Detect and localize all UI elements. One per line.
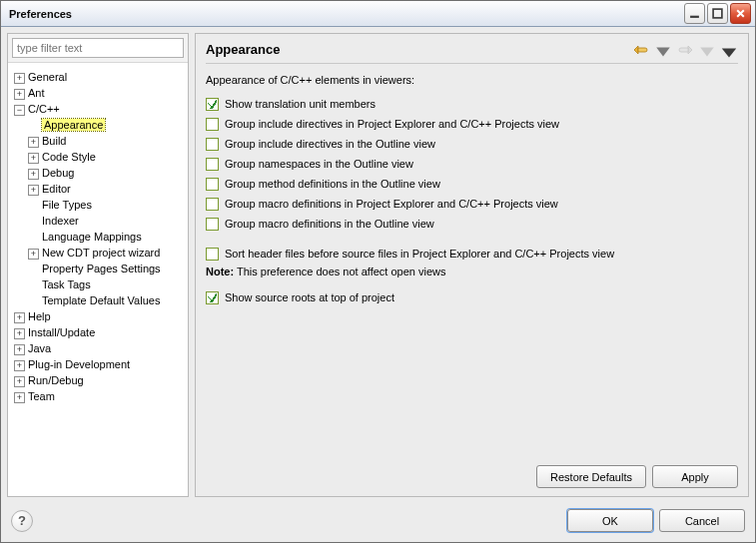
note-label: Note: <box>206 266 234 277</box>
collapse-icon[interactable]: − <box>14 105 25 116</box>
close-icon <box>735 8 746 19</box>
close-button[interactable] <box>730 3 751 24</box>
tree-item-build[interactable]: +Build <box>28 133 184 149</box>
forward-button[interactable] <box>676 43 694 57</box>
dialog-button-bar: ? OK Cancel <box>1 503 755 542</box>
checkbox-icon[interactable] <box>206 138 219 151</box>
checkbox-row[interactable]: Group include directives in Project Expl… <box>206 114 738 134</box>
checkbox-row[interactable]: Group namespaces in the Outline view <box>206 154 738 174</box>
checkbox-icon[interactable] <box>206 118 219 131</box>
checkbox-row[interactable]: Show translation unit members <box>206 94 738 114</box>
checkbox-label: Show source roots at top of project <box>225 291 394 303</box>
tree-item-file-types[interactable]: File Types <box>28 197 184 213</box>
checkbox-label: Group include directives in the Outline … <box>225 138 435 150</box>
view-menu-button[interactable] <box>720 43 738 57</box>
arrow-left-icon <box>632 43 650 57</box>
tree-item-plugin-dev[interactable]: +Plug-in Development <box>14 356 184 372</box>
checkbox-row[interactable]: Group macro definitions in the Outline v… <box>206 214 738 234</box>
checkbox-sort-header[interactable]: Sort header files before source files in… <box>206 244 738 264</box>
help-button[interactable]: ? <box>11 510 33 532</box>
checkbox-icon[interactable] <box>206 218 219 231</box>
checkbox-show-source-roots[interactable]: Show source roots at top of project <box>206 287 738 307</box>
tree-item-task-tags[interactable]: Task Tags <box>28 276 184 292</box>
expand-icon[interactable]: + <box>28 185 39 196</box>
tree-item-property-pages[interactable]: Property Pages Settings <box>28 261 184 276</box>
titlebar-buttons <box>684 3 751 24</box>
forward-dropdown[interactable] <box>698 43 716 57</box>
expand-icon[interactable]: + <box>28 153 39 164</box>
note-row: Note: This preference does not affect op… <box>206 266 738 277</box>
checkbox-row[interactable]: Group method definitions in the Outline … <box>206 174 738 194</box>
minimize-button[interactable] <box>684 3 705 24</box>
page-description: Appearance of C/C++ elements in viewers: <box>206 74 738 86</box>
window-title: Preferences <box>9 8 684 20</box>
back-button[interactable] <box>632 43 650 57</box>
expand-icon[interactable]: + <box>14 89 25 100</box>
checkbox-icon[interactable] <box>206 248 219 261</box>
expand-icon[interactable]: + <box>14 73 25 84</box>
tree-item-debug[interactable]: +Debug <box>28 165 184 181</box>
tree-item-editor[interactable]: +Editor <box>28 181 184 197</box>
tree-item-java[interactable]: +Java <box>14 340 184 356</box>
expand-icon[interactable]: + <box>14 376 25 387</box>
page-nav <box>632 43 738 57</box>
ok-button[interactable]: OK <box>567 509 653 532</box>
tree-item-run-debug[interactable]: +Run/Debug <box>14 372 184 388</box>
chevron-down-icon <box>654 43 672 61</box>
svg-rect-1 <box>713 9 722 18</box>
filter-container <box>8 34 188 63</box>
tree-item-help[interactable]: +Help <box>14 308 184 324</box>
checkbox-group: Show translation unit membersGroup inclu… <box>206 94 738 234</box>
expand-icon[interactable]: + <box>28 169 39 180</box>
expand-icon[interactable]: + <box>14 344 25 355</box>
tree-item-code-style[interactable]: +Code Style <box>28 149 184 165</box>
checkbox-label: Sort header files before source files in… <box>225 248 614 260</box>
checkbox-label: Group include directives in Project Expl… <box>225 118 559 130</box>
page-title: Appearance <box>206 42 632 57</box>
preferences-tree[interactable]: +General +Ant −C/C++ Appearance +Build +… <box>8 63 188 496</box>
apply-button[interactable]: Apply <box>652 465 738 488</box>
checkbox-label: Group namespaces in the Outline view <box>225 158 413 170</box>
help-icon: ? <box>18 513 26 528</box>
header-separator <box>206 63 738 64</box>
right-pane: Appearance <box>195 33 749 497</box>
expand-icon[interactable]: + <box>28 249 39 260</box>
checkbox-icon[interactable] <box>206 198 219 211</box>
checkbox-label: Group method definitions in the Outline … <box>225 178 440 190</box>
checkbox-icon[interactable] <box>206 158 219 171</box>
back-dropdown[interactable] <box>654 43 672 57</box>
tree-item-ccpp[interactable]: −C/C++ Appearance +Build +Code Style +De… <box>14 101 184 308</box>
checkbox-row[interactable]: Group macro definitions in Project Explo… <box>206 194 738 214</box>
content-area: +General +Ant −C/C++ Appearance +Build +… <box>7 33 749 497</box>
chevron-down-icon <box>720 43 738 61</box>
tree-item-appearance[interactable]: Appearance <box>28 117 184 133</box>
note-text: This preference does not affect open vie… <box>237 266 446 277</box>
svg-rect-0 <box>690 16 699 18</box>
checkbox-icon[interactable] <box>206 178 219 191</box>
checkbox-icon[interactable] <box>206 291 219 304</box>
expand-icon[interactable]: + <box>14 360 25 371</box>
checkbox-icon[interactable] <box>206 98 219 111</box>
tree-item-language-mappings[interactable]: Language Mappings <box>28 229 184 245</box>
arrow-right-icon <box>676 43 694 57</box>
cancel-button[interactable]: Cancel <box>659 509 745 532</box>
tree-item-team[interactable]: +Team <box>14 388 184 404</box>
checkbox-row[interactable]: Group include directives in the Outline … <box>206 134 738 154</box>
tree-item-general[interactable]: +General <box>14 69 184 85</box>
expand-icon[interactable]: + <box>14 328 25 339</box>
tree-item-indexer[interactable]: Indexer <box>28 213 184 229</box>
expand-icon[interactable]: + <box>14 392 25 403</box>
maximize-icon <box>712 8 723 19</box>
expand-icon[interactable]: + <box>14 312 25 323</box>
tree-item-ant[interactable]: +Ant <box>14 85 184 101</box>
maximize-button[interactable] <box>707 3 728 24</box>
tree-item-new-cdt[interactable]: +New CDT project wizard <box>28 245 184 261</box>
checkbox-label: Show translation unit members <box>225 98 376 110</box>
tree-item-install-update[interactable]: +Install/Update <box>14 324 184 340</box>
expand-icon[interactable]: + <box>28 137 39 148</box>
tree-item-template-defaults[interactable]: Template Default Values <box>28 292 184 308</box>
filter-input[interactable] <box>12 38 184 58</box>
titlebar: Preferences <box>1 1 755 27</box>
left-pane: +General +Ant −C/C++ Appearance +Build +… <box>7 33 189 497</box>
restore-defaults-button[interactable]: Restore Defaults <box>536 465 646 488</box>
